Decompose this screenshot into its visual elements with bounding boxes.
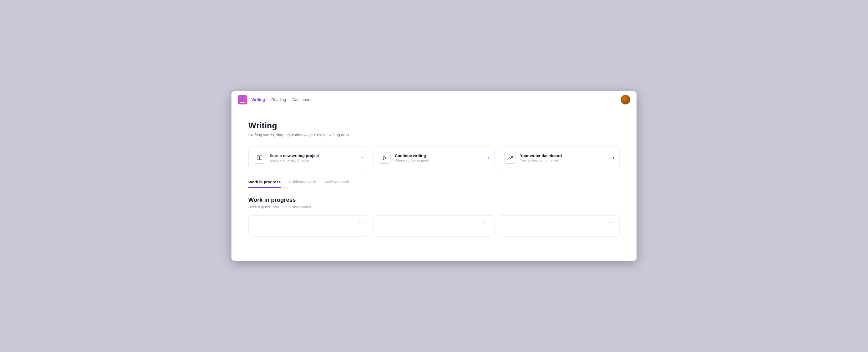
avatar[interactable] bbox=[621, 95, 630, 105]
tab-published-work[interactable]: Published work bbox=[289, 180, 316, 188]
new-project-title: Start a new writing project bbox=[270, 153, 356, 158]
work-card[interactable]: ··· bbox=[499, 215, 620, 236]
writer-dashboard-title: Your writer dashboard bbox=[520, 153, 609, 158]
section-title: Work in progress bbox=[248, 197, 620, 203]
chevron-right-icon: › bbox=[488, 155, 489, 160]
svg-marker-0 bbox=[383, 156, 386, 160]
work-card-menu[interactable]: ··· bbox=[609, 220, 614, 225]
tabs-section: Work in progress Published work Archived… bbox=[248, 180, 620, 188]
app-logo[interactable] bbox=[238, 95, 247, 105]
section-desc: Hidden gems: Your unpublished works. bbox=[248, 205, 620, 209]
continue-writing-card[interactable]: Continue writing Where you've stopped › bbox=[373, 147, 495, 169]
browser-window: Writing Reading Dashboard Writing Crafti… bbox=[231, 91, 637, 261]
main-content: Writing Crafting words, shaping worlds —… bbox=[231, 108, 637, 261]
chevron-right-icon-2: › bbox=[613, 155, 614, 160]
nav-reading[interactable]: Reading bbox=[271, 97, 286, 102]
continue-writing-desc: Where you've stopped bbox=[395, 158, 484, 162]
work-cards-grid: ··· ··· ··· bbox=[248, 215, 620, 236]
tab-work-in-progress[interactable]: Work in progress bbox=[248, 180, 281, 188]
tabs: Work in progress Published work Archived… bbox=[248, 180, 620, 188]
nav-links: Writing Reading Dashboard bbox=[251, 97, 621, 102]
writer-dashboard-text: Your writer dashboard Your writing perfo… bbox=[520, 153, 609, 162]
page-subtitle: Crafting words, shaping worlds — your di… bbox=[248, 133, 620, 137]
tab-archived-work[interactable]: Archived work bbox=[324, 180, 349, 188]
avatar-image bbox=[621, 95, 630, 105]
work-card[interactable]: ··· bbox=[248, 215, 369, 236]
play-icon bbox=[379, 152, 391, 164]
work-card-menu[interactable]: ··· bbox=[359, 220, 364, 225]
nav-bar: Writing Reading Dashboard bbox=[231, 91, 637, 108]
new-project-desc: Embark on a new Chapter bbox=[270, 158, 356, 162]
plus-icon: + bbox=[360, 154, 364, 161]
writer-dashboard-card[interactable]: Your writer dashboard Your writing perfo… bbox=[499, 147, 620, 169]
nav-dashboard[interactable]: Dashboard bbox=[292, 97, 311, 102]
action-cards-grid: Start a new writing project Embark on a … bbox=[248, 147, 620, 169]
work-card-menu[interactable]: ··· bbox=[484, 220, 489, 225]
continue-writing-text: Continue writing Where you've stopped bbox=[395, 153, 484, 162]
new-project-card[interactable]: Start a new writing project Embark on a … bbox=[248, 147, 369, 169]
nav-writing[interactable]: Writing bbox=[251, 97, 265, 102]
writer-dashboard-desc: Your writing performance bbox=[520, 158, 609, 162]
book-icon bbox=[254, 152, 266, 164]
work-card[interactable]: ··· bbox=[373, 215, 495, 236]
new-project-text: Start a new writing project Embark on a … bbox=[270, 153, 356, 162]
trending-icon bbox=[504, 152, 516, 164]
continue-writing-title: Continue writing bbox=[395, 153, 484, 158]
page-title: Writing bbox=[248, 121, 620, 130]
work-in-progress-section: Work in progress Hidden gems: Your unpub… bbox=[248, 197, 620, 236]
